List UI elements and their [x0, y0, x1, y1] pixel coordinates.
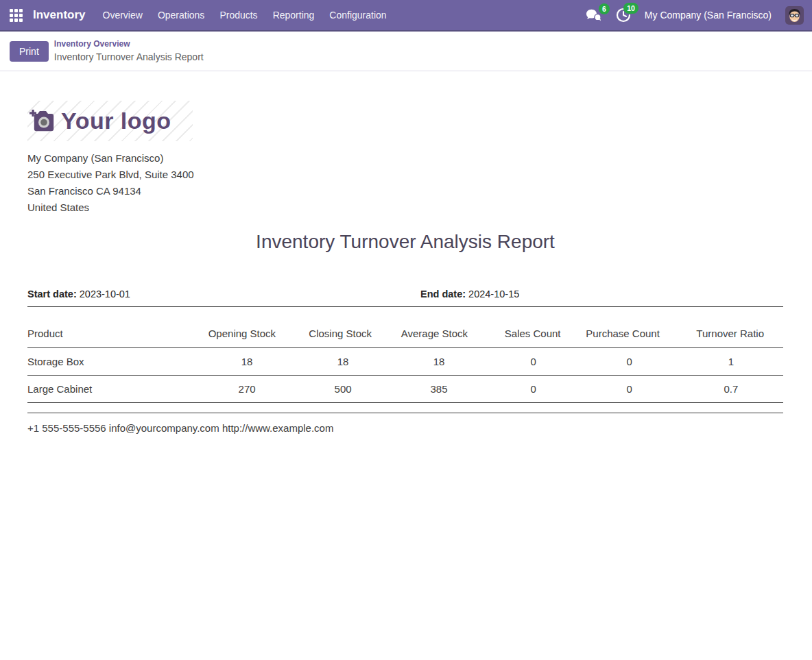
column-header-opening-stock: Opening Stock — [199, 307, 295, 348]
company-logo-placeholder: Your logo — [27, 101, 193, 141]
footer-phone: +1 555-555-5556 — [27, 422, 106, 434]
avatar-image — [785, 6, 804, 25]
company-address-country: United States — [27, 199, 783, 216]
start-date-value: 2023-10-01 — [80, 289, 130, 300]
breadcrumb: Inventory Overview Inventory Turnover An… — [54, 39, 204, 63]
company-address-street: 250 Executive Park Blvd, Suite 3400 — [27, 167, 783, 183]
nav-item-configuration[interactable]: Configuration — [322, 5, 393, 25]
report-date-range: Start date: 2023-10-01 End date: 2024-10… — [27, 289, 783, 307]
turnover-table: Product Opening Stock Closing Stock Aver… — [27, 307, 783, 403]
cell-closing-stock: 500 — [295, 376, 391, 403]
messages-button[interactable]: 6 — [585, 8, 602, 22]
footer-website: http://www.example.com — [222, 422, 334, 434]
end-date-label: End date: — [420, 289, 466, 300]
end-date: End date: 2024-10-15 — [405, 289, 783, 300]
cell-product: Storage Box — [27, 348, 199, 376]
company-address-city: San Francisco CA 94134 — [27, 183, 783, 199]
end-date-value: 2024-10-15 — [468, 289, 519, 300]
camera-plus-icon — [27, 110, 55, 133]
cell-sales-count: 0 — [487, 348, 580, 376]
nav-item-reporting[interactable]: Reporting — [266, 5, 322, 25]
cell-opening-stock: 270 — [199, 376, 295, 403]
cell-opening-stock: 18 — [199, 348, 295, 376]
column-header-turnover-ratio: Turnover Ratio — [679, 307, 783, 348]
cell-turnover-ratio: 0.7 — [679, 376, 783, 403]
column-header-average-stock: Average Stock — [391, 307, 487, 348]
nav-item-products[interactable]: Products — [213, 5, 264, 25]
footer-email: info@yourcompany.com — [109, 422, 219, 434]
table-row: Large Cabinet 270 500 385 0 0 0.7 — [27, 376, 783, 403]
apps-grid-icon — [10, 9, 23, 22]
report-footer: +1 555-555-5556 info@yourcompany.com htt… — [27, 413, 783, 434]
cell-average-stock: 385 — [391, 376, 487, 403]
nav-item-overview[interactable]: Overview — [96, 5, 150, 25]
app-name[interactable]: Inventory — [33, 8, 86, 22]
column-header-sales-count: Sales Count — [487, 307, 580, 348]
column-header-purchase-count: Purchase Count — [580, 307, 679, 348]
control-panel: Print Inventory Overview Inventory Turno… — [0, 32, 812, 71]
cell-average-stock: 18 — [391, 348, 487, 376]
top-navbar: Inventory Overview Operations Products R… — [0, 0, 812, 32]
column-header-closing-stock: Closing Stock — [295, 307, 391, 348]
cell-product: Large Cabinet — [27, 376, 199, 403]
company-address-name: My Company (San Francisco) — [27, 150, 783, 167]
cell-sales-count: 0 — [487, 376, 580, 403]
table-header-row: Product Opening Stock Closing Stock Aver… — [27, 307, 783, 348]
cell-purchase-count: 0 — [580, 376, 679, 403]
company-switcher[interactable]: My Company (San Francisco) — [645, 10, 772, 21]
cell-purchase-count: 0 — [580, 348, 679, 376]
breadcrumb-current: Inventory Turnover Analysis Report — [54, 51, 204, 63]
start-date-label: Start date: — [27, 289, 77, 300]
apps-menu-button[interactable] — [0, 0, 32, 30]
cell-closing-stock: 18 — [295, 348, 391, 376]
activities-badge: 10 — [623, 3, 638, 14]
user-avatar[interactable] — [785, 6, 804, 25]
activities-button[interactable]: 10 — [616, 8, 631, 23]
breadcrumb-parent-link[interactable]: Inventory Overview — [54, 39, 204, 50]
start-date: Start date: 2023-10-01 — [27, 289, 405, 300]
logo-text: Your logo — [61, 108, 171, 134]
cell-turnover-ratio: 1 — [679, 348, 783, 376]
report-page: Your logo My Company (San Francisco) 250… — [0, 101, 812, 434]
print-button[interactable]: Print — [10, 41, 49, 62]
table-row: Storage Box 18 18 18 0 0 1 — [27, 348, 783, 376]
company-address: My Company (San Francisco) 250 Executive… — [27, 150, 783, 216]
report-title: Inventory Turnover Analysis Report — [27, 230, 783, 254]
nav-item-operations[interactable]: Operations — [151, 5, 211, 25]
messages-badge: 6 — [599, 3, 610, 14]
column-header-product: Product — [27, 307, 199, 348]
